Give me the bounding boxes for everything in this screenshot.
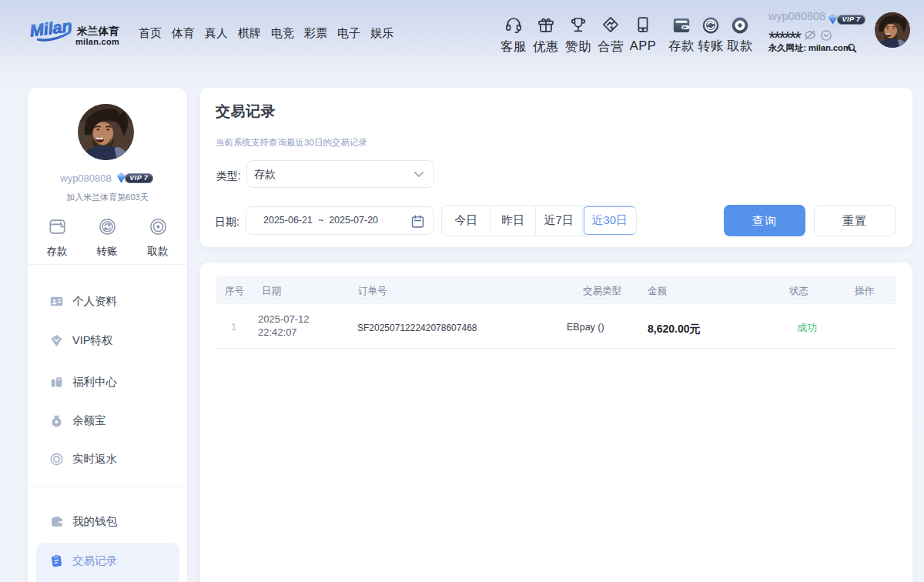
svg-text:Milan: Milan — [28, 17, 72, 41]
